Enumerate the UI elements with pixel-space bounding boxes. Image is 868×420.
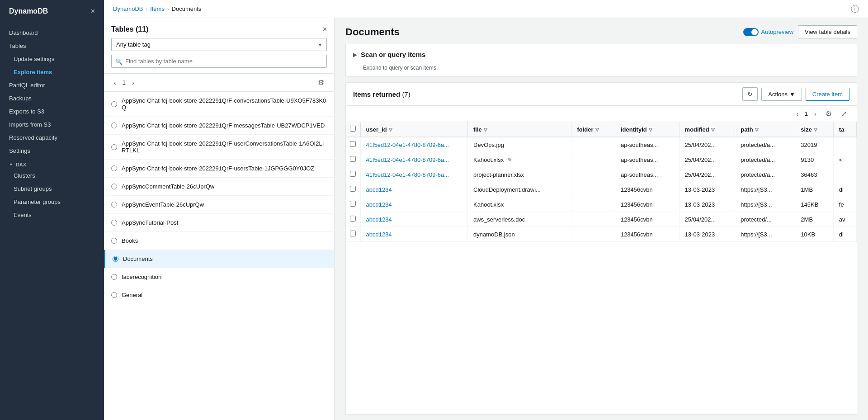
- table-radio-users[interactable]: [111, 165, 117, 171]
- edit-icon[interactable]: ✎: [507, 156, 512, 163]
- sidebar-item-parameter-groups[interactable]: Parameter groups: [0, 195, 104, 208]
- sidebar-item-exports-s3[interactable]: Exports to S3: [0, 105, 104, 118]
- sidebar-item-explore-items[interactable]: Explore items: [0, 66, 104, 79]
- autopreview-switch[interactable]: [743, 28, 759, 36]
- th-user-id[interactable]: user_id▽: [360, 122, 468, 137]
- row-user-id-3[interactable]: abcd1234: [360, 182, 468, 197]
- table-item-conversations[interactable]: AppSync-Chat-fcj-book-store-2022291QrF-c…: [104, 92, 334, 117]
- sidebar-item-events[interactable]: Events: [0, 208, 104, 222]
- row-modified-0: 25/04/202...: [679, 137, 735, 152]
- table-settings-button[interactable]: ⚙: [823, 109, 835, 119]
- sidebar-item-update-settings[interactable]: Update settings: [0, 52, 104, 66]
- table-radio-books[interactable]: [111, 238, 117, 244]
- table-radio-conversations[interactable]: [111, 101, 117, 107]
- sidebar-item-subnet-groups[interactable]: Subnet groups: [0, 182, 104, 195]
- view-table-details-button[interactable]: View table details: [798, 25, 857, 38]
- row-user-id-6[interactable]: abcd1234: [360, 227, 468, 242]
- th-identityid[interactable]: identityId▽: [615, 122, 679, 137]
- row-checkbox-5[interactable]: [350, 216, 356, 222]
- row-user-id-1[interactable]: 41f5ed12-04e1-4780-8709-6a...: [360, 152, 468, 167]
- table-next-button[interactable]: ›: [811, 109, 819, 118]
- row-checkbox-1[interactable]: [350, 156, 356, 162]
- row-checkbox-0[interactable]: [350, 141, 356, 147]
- row-checkbox-4[interactable]: [350, 201, 356, 207]
- table-item-users[interactable]: AppSync-Chat-fcj-book-store-2022291QrF-u…: [104, 160, 334, 178]
- sidebar-item-clusters[interactable]: Clusters: [0, 169, 104, 182]
- sidebar-item-partiql[interactable]: PartiQL editor: [0, 79, 104, 92]
- row-checkbox-6[interactable]: [350, 231, 356, 236]
- table-body: 41f5ed12-04e1-4780-8709-6a... DevOps.jpg…: [346, 137, 857, 242]
- table-radio-facerecognition[interactable]: [111, 274, 117, 280]
- sort-icon-path: ▽: [755, 127, 759, 132]
- sidebar-item-dashboard[interactable]: Dashboard: [0, 26, 104, 39]
- sidebar-header: DynamoDB ×: [0, 0, 104, 23]
- info-icon[interactable]: ⓘ: [851, 4, 859, 14]
- row-checkbox-2[interactable]: [350, 171, 356, 177]
- th-path[interactable]: path▽: [735, 122, 795, 137]
- table-radio-comment[interactable]: [111, 184, 117, 189]
- tables-panel-close-button[interactable]: ×: [323, 25, 327, 33]
- th-modified[interactable]: modified▽: [679, 122, 735, 137]
- table-item-messages[interactable]: AppSync-Chat-fcj-book-store-2022291QrF-m…: [104, 117, 334, 135]
- th-folder[interactable]: folder▽: [571, 122, 615, 137]
- items-returned-label: Items returned (7): [353, 90, 410, 98]
- tables-panel: Tables (11) × Any table tag 🔍 ‹ 1 › ⚙: [104, 18, 335, 420]
- row-user-id-0[interactable]: 41f5ed12-04e1-4780-8709-6a...: [360, 137, 468, 152]
- select-all-checkbox[interactable]: [350, 126, 356, 132]
- table-item-facerecognition[interactable]: facerecognition: [104, 268, 334, 286]
- row-user-id-4[interactable]: abcd1234: [360, 197, 468, 212]
- row-file-4: Kahoot.xlsx: [468, 197, 571, 212]
- table-prev-button[interactable]: ‹: [793, 109, 801, 118]
- sort-icon-folder: ▽: [595, 127, 599, 132]
- sidebar-item-tables[interactable]: Tables: [0, 39, 104, 52]
- th-ta[interactable]: ta: [833, 122, 856, 137]
- row-user-id-2[interactable]: 41f5ed12-04e1-4780-8709-6a...: [360, 167, 468, 182]
- th-size[interactable]: size▽: [795, 122, 834, 137]
- row-checkbox-cell: [346, 197, 360, 212]
- row-path-3: https://[S3...: [735, 182, 795, 197]
- breadcrumb-items[interactable]: Items: [150, 5, 165, 12]
- autopreview-toggle[interactable]: Autopreview: [743, 28, 794, 36]
- table-row: abcd1234 Kahoot.xlsx 123456cvbn 13-03-20…: [346, 197, 857, 212]
- table-radio-event[interactable]: [111, 202, 117, 208]
- table-item-comment[interactable]: AppSyncCommentTable-26cUprQw: [104, 178, 334, 196]
- th-file[interactable]: file▽: [468, 122, 571, 137]
- table-radio-messages[interactable]: [111, 123, 117, 128]
- table-item-books[interactable]: Books: [104, 232, 334, 250]
- tables-next-button[interactable]: ›: [129, 78, 137, 87]
- create-item-button[interactable]: Create item: [806, 88, 849, 101]
- table-item-documents[interactable]: Documents: [104, 250, 334, 268]
- table-radio-userconversations[interactable]: [111, 144, 117, 150]
- sidebar-dax-section[interactable]: ▼ DAX: [0, 157, 104, 169]
- tables-panel-title-text: Tables (11): [111, 25, 148, 33]
- breadcrumb-dynamodb[interactable]: DynamoDB: [113, 5, 143, 12]
- table-radio-tutorial[interactable]: [111, 220, 117, 226]
- table-radio-documents[interactable]: [113, 256, 118, 262]
- table-item-event[interactable]: AppSyncEventTable-26cUprQw: [104, 196, 334, 214]
- sidebar-item-imports-s3[interactable]: Imports from S3: [0, 118, 104, 131]
- sidebar-item-reserved-capacity[interactable]: Reserved capacity: [0, 131, 104, 144]
- tables-settings-button[interactable]: ⚙: [315, 77, 327, 88]
- row-user-id-5[interactable]: abcd1234: [360, 212, 468, 227]
- sort-icon-identityid: ▽: [649, 127, 652, 132]
- tables-tag-select[interactable]: Any table tag: [111, 38, 327, 51]
- tables-search-input[interactable]: [111, 55, 327, 68]
- actions-button[interactable]: Actions ▼: [761, 88, 802, 101]
- tables-tag-select-wrapper: Any table tag: [111, 38, 327, 51]
- table-item-userconversations[interactable]: AppSync-Chat-fcj-book-store-2022291QrF-u…: [104, 135, 334, 160]
- table-item-general[interactable]: General: [104, 286, 334, 304]
- items-returned-count: (7): [402, 90, 410, 98]
- th-file-label: file: [473, 126, 482, 133]
- row-checkbox-3[interactable]: [350, 186, 356, 192]
- sidebar-close-button[interactable]: ×: [91, 7, 95, 15]
- tables-prev-button[interactable]: ‹: [111, 78, 119, 87]
- sidebar-item-backups[interactable]: Backups: [0, 92, 104, 105]
- table-expand-button[interactable]: ⤢: [838, 109, 849, 119]
- scan-query-header[interactable]: ▶ Scan or query items: [346, 44, 857, 65]
- refresh-button[interactable]: ↻: [742, 87, 758, 101]
- th-user-id-label: user_id: [366, 126, 387, 133]
- table-radio-general[interactable]: [111, 292, 117, 298]
- sidebar-item-settings[interactable]: Settings: [0, 144, 104, 157]
- row-checkbox-cell: [346, 152, 360, 167]
- table-item-tutorial-post[interactable]: AppSyncTutorial-Post: [104, 214, 334, 232]
